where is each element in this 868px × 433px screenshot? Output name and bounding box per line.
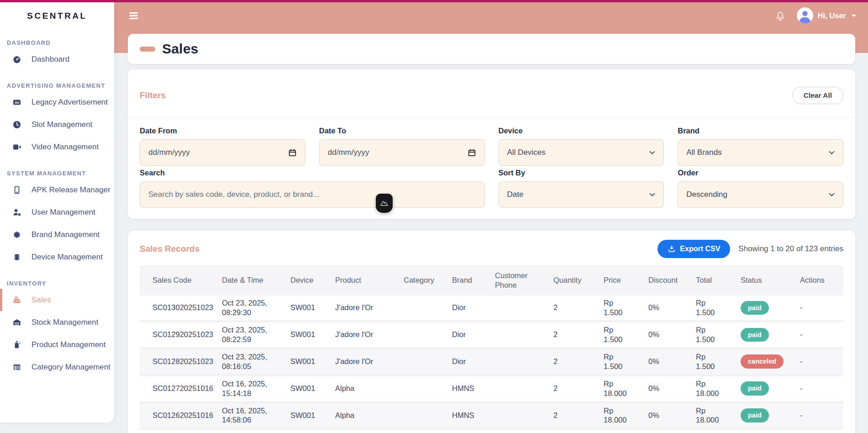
flower-gear-icon — [12, 230, 21, 239]
app-logo: SCENTRAL — [0, 0, 114, 21]
sidebar-item-category-management[interactable]: Category Management — [0, 356, 114, 378]
top-accent-line — [0, 0, 868, 2]
cell-brand: HMNS — [447, 402, 490, 429]
cell-device: SW001 — [286, 321, 331, 348]
device-label: Device — [499, 127, 664, 135]
cell-date-time: Oct 16, 2025, 15:14:18 — [217, 375, 286, 402]
cell-customer-phone — [490, 429, 549, 433]
sidebar-item-label: Video Management — [32, 143, 99, 152]
sidebar-item-dashboard[interactable]: Dashboard — [0, 48, 114, 70]
sidebar-item-user-management[interactable]: User Management — [0, 201, 114, 223]
date-from-input[interactable]: dd/mm/yyyy — [140, 139, 305, 166]
cell-actions: - — [795, 348, 843, 375]
cell-total — [691, 429, 736, 433]
brand-select[interactable]: All Brands — [678, 139, 843, 166]
column-header-customer-phone: Customer Phone — [490, 265, 549, 296]
calendar-icon[interactable] — [288, 148, 297, 157]
date-to-placeholder: dd/mm/yyyy — [328, 148, 369, 157]
status-badge: paid — [741, 381, 769, 395]
cell-status: paid — [736, 296, 795, 321]
user-menu[interactable]: Hi, User — [797, 7, 856, 24]
cell-status — [736, 429, 795, 433]
hamburger-menu-icon[interactable] — [129, 12, 138, 19]
cell-discount: 0% — [644, 375, 691, 402]
sidebar-item-label: Product Management — [32, 340, 106, 349]
export-csv-button[interactable]: Export CSV — [658, 240, 730, 258]
chip-icon — [12, 253, 21, 262]
cell-product: Alpha — [331, 402, 399, 429]
devtools-badge[interactable] — [376, 194, 393, 213]
mountain-icon — [379, 199, 389, 208]
cell-category — [399, 375, 447, 402]
cell-sales-code: SC012720251016 — [140, 375, 217, 402]
sidebar-item-label: Legacy Advertisement — [32, 98, 108, 107]
filters-title: Filters — [140, 90, 166, 100]
table-row: Untitled — [140, 429, 843, 433]
cell-price: Rp1.500 — [599, 296, 644, 321]
device-field-group: Device All Devices — [499, 127, 664, 166]
cell-date-time: Oct 16, 2025, 14:58:06 — [217, 402, 286, 429]
sidebar-item-sales[interactable]: Sales — [0, 289, 114, 311]
sort-by-field-group: Sort By Date — [499, 169, 664, 208]
sidebar-item-device-management[interactable]: Device Management — [0, 246, 114, 268]
notification-bell-icon[interactable] — [775, 10, 786, 21]
brand-label: Brand — [678, 127, 843, 135]
status-badge: paid — [741, 301, 769, 315]
order-label: Order — [678, 169, 843, 177]
cell-product: J'adore l'Or — [331, 296, 399, 321]
user-avatar — [797, 7, 813, 24]
sidebar-item-video-management[interactable]: Video Management — [0, 136, 114, 158]
cell-actions: - — [795, 402, 843, 429]
date-to-input[interactable]: dd/mm/yyyy — [319, 139, 485, 166]
search-label: Search — [140, 169, 485, 177]
sidebar-item-label: APK Release Manager — [32, 185, 110, 195]
sidebar-item-legacy-advertisement[interactable]: AdLegacy Advertisement — [0, 91, 114, 113]
table-row: SC012620251016Oct 16, 2025, 14:58:06SW00… — [140, 402, 843, 429]
search-input[interactable] — [140, 181, 485, 208]
table-row: SC013020251023Oct 23, 2025, 08:29:30SW00… — [140, 296, 843, 321]
nav-section-inventory: INVENTORYSalesStock ManagementProduct Ma… — [0, 280, 114, 378]
cell-category — [399, 321, 447, 348]
column-header-actions: Actions — [795, 265, 843, 296]
date-from-label: Date From — [140, 127, 305, 135]
sidebar-item-apk-release-manager[interactable]: APK Release Manager — [0, 179, 114, 201]
column-header-discount: Discount — [644, 265, 691, 296]
cell-category — [399, 429, 447, 433]
cell-discount: 0% — [644, 348, 691, 375]
sort-by-label: Sort By — [499, 169, 664, 177]
cell-device: SW001 — [286, 348, 331, 375]
cell-brand: Dior — [447, 321, 490, 348]
cell-date-time: Oct 23, 2025, 08:29:30 — [217, 296, 286, 321]
calendar-icon[interactable] — [468, 148, 476, 157]
filters-card: Filters Clear All Date From dd/mm/yyyy D… — [128, 69, 855, 219]
sidebar-item-stock-management[interactable]: Stock Management — [0, 311, 114, 333]
nav-section-label: DASHBOARD — [0, 39, 114, 46]
sidebar-item-brand-management[interactable]: Brand Management — [0, 223, 114, 246]
cell-price: Rp1.500 — [599, 348, 644, 375]
nav-section-label: SYSTEM MANAGEMENT — [0, 170, 114, 177]
cell-brand: Dior — [447, 296, 490, 321]
clear-all-button[interactable]: Clear All — [792, 87, 843, 104]
sidebar-item-slot-management[interactable]: Slot Management — [0, 113, 114, 136]
clock-icon — [12, 120, 21, 129]
table-list-icon — [12, 363, 21, 372]
sidebar-item-label: Stock Management — [32, 318, 98, 327]
cell-device: SW001 — [286, 375, 331, 402]
svg-text:Ad: Ad — [15, 100, 19, 104]
video-icon — [12, 143, 21, 152]
cell-status: paid — [736, 321, 795, 348]
table-row: SC012820251023Oct 23, 2025, 08:16:05SW00… — [140, 348, 843, 375]
sidebar-item-label: Sales — [32, 296, 51, 305]
showing-entries-text: Showing 1 to 20 of 123 entries — [738, 244, 843, 253]
cell-category — [399, 296, 447, 321]
table-header: Sales CodeDate & TimeDeviceProductCatego… — [140, 265, 843, 296]
sort-by-select[interactable]: Date — [499, 181, 664, 208]
sales-table: Sales CodeDate & TimeDeviceProductCatego… — [140, 265, 843, 433]
sidebar-item-product-management[interactable]: Product Management — [0, 333, 114, 356]
order-select[interactable]: Descending — [678, 181, 843, 208]
cell-quantity: 2 — [549, 402, 599, 429]
caret-down-icon — [852, 15, 856, 17]
cell-customer-phone — [490, 402, 549, 429]
device-select[interactable]: All Devices — [499, 139, 664, 166]
cell-discount: 0% — [644, 402, 691, 429]
